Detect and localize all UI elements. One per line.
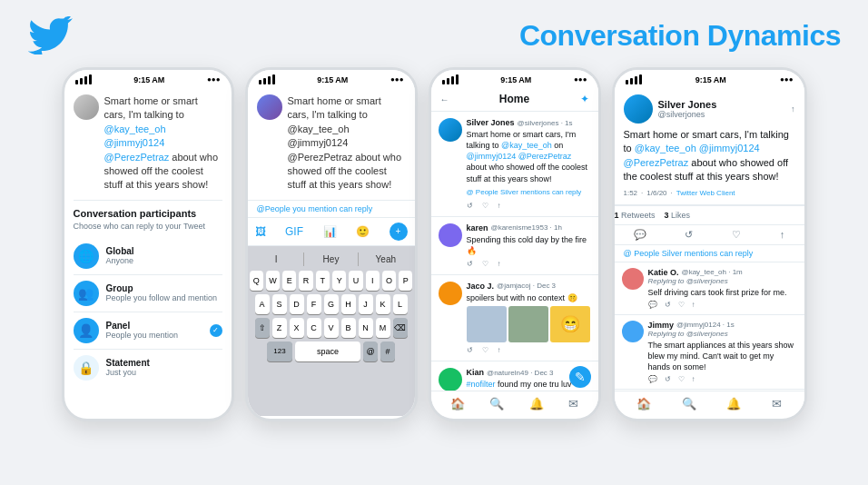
global-name: Global xyxy=(106,246,222,256)
detail-retweet-icon[interactable]: ↺ xyxy=(685,229,693,241)
participant-statement[interactable]: 🔒 Statement Just you xyxy=(74,350,222,386)
share3-icon[interactable]: ↑ xyxy=(498,346,501,354)
phone4-notif-nav[interactable]: 🔔 xyxy=(726,397,741,411)
retweet3-icon[interactable]: ↺ xyxy=(467,346,473,354)
search-nav-icon[interactable]: 🔍 xyxy=(489,397,504,411)
key-i[interactable]: I xyxy=(366,271,380,291)
key-h[interactable]: H xyxy=(341,294,356,314)
keyboard[interactable]: I Hey Yeah Q W E R T Y U I O P A xyxy=(248,246,415,416)
emoji-icon[interactable]: 🙂 xyxy=(356,225,370,238)
key-l[interactable]: L xyxy=(393,294,408,314)
key-shift[interactable]: ⇧ xyxy=(255,318,270,338)
key-f[interactable]: F xyxy=(307,294,321,314)
tweet-card-2[interactable]: karen @karenisme1953 · 1h Spending this … xyxy=(431,217,598,275)
phone-1: 9:15 AM ●●● Smart home or smart cars, I'… xyxy=(62,67,234,421)
reply-card-1[interactable]: Katie O. @kay_tee_oh · 1m Replying to @s… xyxy=(615,262,804,315)
key-c[interactable]: C xyxy=(307,318,321,338)
key-n[interactable]: N xyxy=(359,318,373,338)
key-q[interactable]: Q xyxy=(250,271,263,291)
gif-icon[interactable]: GIF xyxy=(285,225,303,238)
image-icon[interactable]: 🖼 xyxy=(255,225,266,238)
like3-icon[interactable]: ♡ xyxy=(482,346,488,354)
global-icon: 🌐 xyxy=(74,243,99,269)
key-z[interactable]: Z xyxy=(272,318,287,338)
key-d[interactable]: D xyxy=(290,294,304,314)
key-x[interactable]: X xyxy=(290,318,304,338)
share2-icon[interactable]: ↑ xyxy=(498,260,501,268)
key-b[interactable]: B xyxy=(341,318,356,338)
participant-panel[interactable]: 👤 Panel People you mention ✓ xyxy=(74,312,222,350)
group-desc: People you follow and mention xyxy=(106,293,222,302)
compose-area: Smart home or smart cars, I'm talking to… xyxy=(248,87,415,200)
poll-icon[interactable]: 📊 xyxy=(323,225,337,238)
key-y[interactable]: Y xyxy=(332,271,346,291)
reply2-like-icon[interactable]: ♡ xyxy=(678,375,685,383)
panel-name: Panel xyxy=(106,321,202,331)
key-o[interactable]: O xyxy=(382,271,396,291)
tweet-1-mention: @kay_tee_oh xyxy=(501,141,552,150)
back-icon[interactable]: ← xyxy=(440,94,449,104)
key-t[interactable]: T xyxy=(316,271,330,291)
detail-meta: 1:52 · 1/6/20 · Twitter Web Client xyxy=(624,189,795,197)
tweet-card-3[interactable]: Jaco J. @jamjacoj · Dec 3 spoilers but w… xyxy=(431,275,598,361)
key-k[interactable]: K xyxy=(376,294,390,314)
key-r[interactable]: R xyxy=(299,271,312,291)
reply2-comment-icon[interactable]: 💬 xyxy=(648,375,657,383)
notifications-nav-icon[interactable]: 🔔 xyxy=(529,397,544,411)
send-button[interactable]: + xyxy=(390,223,408,241)
key-m[interactable]: M xyxy=(376,318,390,338)
key-w[interactable]: W xyxy=(266,271,280,291)
key-at[interactable]: @ xyxy=(363,341,378,361)
sparkle-icon[interactable]: ✦ xyxy=(580,93,589,105)
retweet-icon[interactable]: ↺ xyxy=(467,202,473,210)
share-icon[interactable]: ↑ xyxy=(498,202,501,210)
participant-global[interactable]: 🌐 Global Anyone xyxy=(74,238,222,275)
like2-icon[interactable]: ♡ xyxy=(482,260,488,268)
tweet-card-1[interactable]: Silver Jones @silverjones · 1s Smart hom… xyxy=(431,112,598,217)
phone4-search-nav[interactable]: 🔍 xyxy=(682,397,696,411)
suggestion-3[interactable]: Yeah xyxy=(359,252,412,266)
detail-like-icon[interactable]: ♡ xyxy=(732,229,741,241)
key-j[interactable]: J xyxy=(359,294,373,314)
key-123[interactable]: 123 xyxy=(267,341,292,361)
detail-share-icon[interactable]: ↑ xyxy=(780,229,785,241)
reply-card-2[interactable]: Jimmy @jimmyj0124 · 1s Replying to @silv… xyxy=(615,315,804,390)
reply1-comment-icon[interactable]: 💬 xyxy=(648,301,657,309)
phone4-home-nav[interactable]: 🏠 xyxy=(636,397,651,411)
compose-fab[interactable]: ✎ xyxy=(569,366,591,388)
key-u[interactable]: U xyxy=(349,271,362,291)
share-detail-icon[interactable]: ↑ xyxy=(791,104,795,114)
phone4-signal xyxy=(626,74,642,84)
key-a[interactable]: A xyxy=(255,294,270,314)
reply1-like-icon[interactable]: ♡ xyxy=(678,301,685,309)
detail-user-info: Silver Jones @silverjones xyxy=(658,99,717,119)
home-nav-icon[interactable]: 🏠 xyxy=(450,397,465,411)
reply-2-body: Jimmy @jimmyj0124 · 1s Replying to @silv… xyxy=(648,321,797,383)
retweet2-icon[interactable]: ↺ xyxy=(467,260,473,268)
reply2-retweet-icon[interactable]: ↺ xyxy=(665,375,671,383)
key-backspace[interactable]: ⌫ xyxy=(393,318,408,338)
phone4-msg-nav[interactable]: ✉ xyxy=(772,397,782,411)
key-space[interactable]: space xyxy=(295,341,360,361)
key-e[interactable]: E xyxy=(282,271,296,291)
reply-2-text: The smart appliances at this years show … xyxy=(648,340,797,372)
suggestion-2[interactable]: Hey xyxy=(304,252,359,266)
tweet-2-text: Spending this cold day by the fire 🔥 xyxy=(467,234,591,256)
key-p[interactable]: P xyxy=(399,271,412,291)
phone3-feed: Silver Jones @silverjones · 1s Smart hom… xyxy=(431,112,598,391)
detail-client: Twitter Web Client xyxy=(676,189,735,197)
key-g[interactable]: G xyxy=(324,294,339,314)
key-hash[interactable]: # xyxy=(380,341,395,361)
detail-comment-icon[interactable]: 💬 xyxy=(634,229,646,241)
participant-group[interactable]: 👥 Group People you follow and mention xyxy=(74,275,222,312)
messages-nav-icon[interactable]: ✉ xyxy=(568,397,578,411)
tweet-1-name: Silver Jones xyxy=(467,118,515,127)
reply1-retweet-icon[interactable]: ↺ xyxy=(665,301,671,309)
key-s[interactable]: S xyxy=(272,294,287,314)
phone1-participants: Conversation participants Choose who can… xyxy=(64,201,232,416)
key-v[interactable]: V xyxy=(324,318,339,338)
reply1-share-icon[interactable]: ↑ xyxy=(692,301,695,309)
suggestion-1[interactable]: I xyxy=(250,252,304,266)
reply2-share-icon[interactable]: ↑ xyxy=(692,375,695,383)
like-icon[interactable]: ♡ xyxy=(482,202,488,210)
